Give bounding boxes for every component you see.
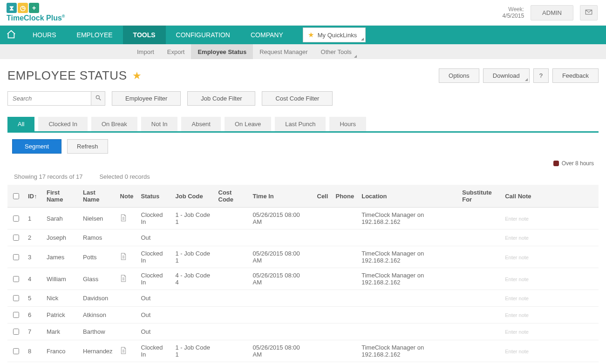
nav-tools[interactable]: TOOLS [123, 26, 166, 44]
options-button[interactable]: Options [439, 68, 479, 83]
table-cell [172, 290, 215, 307]
nav-employee[interactable]: EMPLOYEE [67, 26, 123, 44]
subnav-employee-status[interactable]: Employee Status [191, 44, 253, 59]
col-header[interactable]: Cost Code [215, 185, 249, 208]
subnav-request-manager[interactable]: Request Manager [253, 44, 314, 59]
refresh-button[interactable]: Refresh [67, 139, 108, 154]
week-label: Week: [502, 6, 524, 13]
help-button[interactable]: ? [533, 68, 549, 83]
table-cell: TimeClock Manager on 192.168.2.162 [358, 340, 458, 362]
download-button[interactable]: Download [483, 68, 530, 83]
tab-hours[interactable]: Hours [329, 117, 366, 131]
col-header[interactable]: Location [358, 185, 458, 208]
job-code-filter-button[interactable]: Job Code Filter [187, 91, 255, 106]
table-row[interactable]: 2JosephRamosOutEnter note [7, 229, 599, 246]
col-header[interactable]: Job Code [172, 185, 215, 208]
nav-configuration[interactable]: CONFIGURATION [166, 26, 240, 44]
call-note-placeholder[interactable]: Enter note [505, 276, 529, 282]
row-checkbox[interactable] [13, 312, 19, 318]
call-note-placeholder[interactable]: Enter note [505, 235, 529, 241]
table-cell: Mark [43, 324, 79, 340]
note-icon[interactable] [120, 255, 127, 262]
feedback-button[interactable]: Feedback [552, 68, 599, 83]
subnav-import[interactable]: Import [130, 44, 161, 59]
table-cell: Enter note [501, 324, 599, 340]
row-checkbox[interactable] [13, 254, 19, 260]
call-note-placeholder[interactable]: Enter note [505, 349, 529, 354]
nav-hours[interactable]: HOURS [22, 26, 67, 44]
star-icon: ★ [308, 31, 314, 39]
table-cell [458, 229, 501, 246]
col-header[interactable]: Call Note [501, 185, 599, 208]
row-checkbox[interactable] [13, 276, 19, 282]
favorite-star-icon[interactable]: ★ [132, 70, 142, 82]
employee-filter-button[interactable]: Employee Filter [112, 91, 181, 106]
table-cell [116, 229, 137, 246]
col-header[interactable]: Note [116, 185, 137, 208]
subnav-export[interactable]: Export [161, 44, 191, 59]
row-checkbox[interactable] [13, 235, 19, 241]
table-cell: 1 - Job Code 1 [172, 340, 215, 362]
call-note-placeholder[interactable]: Enter note [505, 216, 529, 222]
table-row[interactable]: 7MarkBarthowOutEnter note [7, 324, 599, 340]
my-quicklinks-button[interactable]: ★ My QuickLinks [303, 27, 366, 42]
col-header[interactable]: Status [137, 185, 172, 208]
table-cell: William [43, 268, 79, 290]
showing-text: Showing 17 records of 17 [14, 173, 82, 180]
mail-button[interactable] [580, 5, 598, 20]
col-header[interactable]: Phone [332, 185, 358, 208]
tab-absent[interactable]: Absent [181, 117, 220, 131]
table-cell [116, 324, 137, 340]
table-header-row: ID↑First NameLast NameNoteStatusJob Code… [7, 185, 599, 208]
table-row[interactable]: 3JamesPottsClocked In1 - Job Code 105/26… [7, 246, 599, 268]
tab-not-in[interactable]: Not In [141, 117, 178, 131]
cost-code-filter-button[interactable]: Cost Code Filter [262, 91, 333, 106]
table-row[interactable]: 1SarahNielsenClocked In1 - Job Code 105/… [7, 208, 599, 229]
app-header: ⧗ ◷ + TimeClock Plus® Week: 4/5/2015 ADM… [0, 0, 606, 26]
tab-clocked-in[interactable]: Clocked In [38, 117, 87, 131]
table-cell: 1 - Job Code 1 [172, 246, 215, 268]
col-header[interactable]: Last Name [79, 185, 116, 208]
tab-on-break[interactable]: On Break [91, 117, 137, 131]
home-button[interactable] [0, 26, 22, 44]
row-checkbox[interactable] [13, 329, 19, 335]
segment-button[interactable]: Segment [12, 139, 61, 154]
col-header[interactable]: Cell [313, 185, 332, 208]
search-button[interactable] [91, 91, 105, 106]
tab-all[interactable]: All [7, 117, 34, 131]
row-checkbox[interactable] [13, 295, 19, 301]
call-note-placeholder[interactable]: Enter note [505, 296, 529, 301]
table-cell [116, 268, 137, 290]
col-header[interactable]: Substitute For [458, 185, 501, 208]
table-row[interactable]: 8FrancoHernandezClocked In1 - Job Code 1… [7, 340, 599, 362]
col-header[interactable]: ID↑ [24, 185, 43, 208]
admin-button[interactable]: ADMIN [531, 5, 573, 20]
table-cell [458, 324, 501, 340]
note-icon[interactable] [120, 216, 127, 223]
subnav-other-tools[interactable]: Other Tools [314, 44, 358, 59]
note-icon[interactable] [120, 276, 127, 283]
col-header[interactable]: Time In [249, 185, 313, 208]
select-all-checkbox[interactable] [13, 193, 19, 199]
table-cell [7, 340, 24, 362]
table-row[interactable]: 4WilliamGlassClocked In4 - Job Code 405/… [7, 268, 599, 290]
row-checkbox[interactable] [13, 348, 19, 354]
col-header[interactable]: First Name [43, 185, 79, 208]
table-cell [249, 229, 313, 246]
table-cell [7, 208, 24, 229]
table-row[interactable]: 5NickDavidsonOutEnter note [7, 290, 599, 307]
call-note-placeholder[interactable]: Enter note [505, 312, 529, 318]
table-cell: 05/26/2015 08:00 AM [249, 268, 313, 290]
table-cell [458, 268, 501, 290]
call-note-placeholder[interactable]: Enter note [505, 255, 529, 260]
table-cell [332, 362, 358, 364]
note-icon[interactable] [120, 349, 127, 356]
nav-company[interactable]: COMPANY [240, 26, 293, 44]
tab-on-leave[interactable]: On Leave [225, 117, 271, 131]
tab-last-punch[interactable]: Last Punch [275, 117, 326, 131]
table-row[interactable]: 9JackPaulsonOutEnter note [7, 362, 599, 364]
table-row[interactable]: 6PatrickAtkinsonOutEnter note [7, 307, 599, 324]
call-note-placeholder[interactable]: Enter note [505, 329, 529, 335]
row-checkbox[interactable] [13, 216, 19, 222]
search-input[interactable] [7, 91, 91, 106]
